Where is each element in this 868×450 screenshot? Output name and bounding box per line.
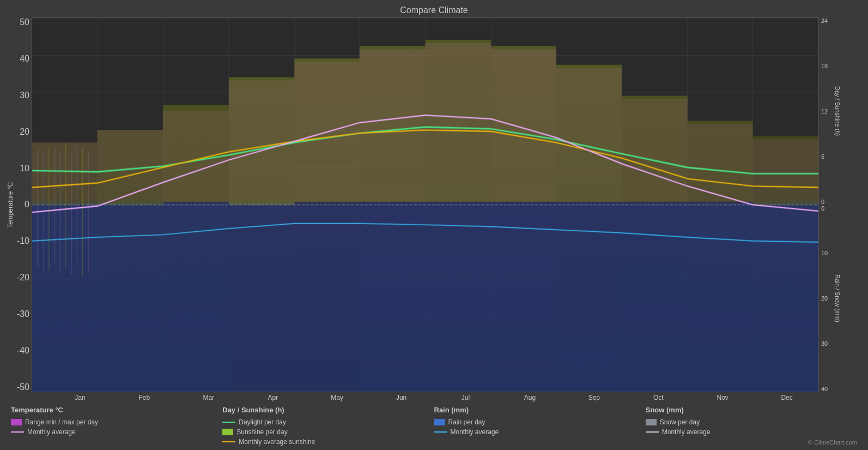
right-tick-30: 30	[821, 340, 832, 347]
legend-temp-range: Range min / max per day	[11, 418, 222, 426]
legend-snow-avg-label: Monthly average	[662, 428, 711, 436]
svg-rect-39	[491, 202, 556, 392]
legend-snow: Snow (mm) Snow per day Monthly average ©…	[646, 406, 857, 446]
legend-daylight-line	[222, 422, 235, 423]
legend-snow-day: Snow per day	[646, 418, 857, 426]
svg-rect-37	[426, 202, 491, 392]
svg-rect-33	[294, 202, 360, 392]
legend-snow-title: Snow (mm)	[646, 406, 857, 414]
right-tick-18: 18	[821, 63, 832, 69]
month-oct: Oct	[626, 392, 690, 401]
chart-main: Indianapolis Indianapolis ClimeChart.com…	[32, 17, 819, 392]
legend-rain-avg-label: Monthly average	[451, 428, 499, 436]
svg-rect-55	[491, 46, 556, 201]
right-tick-0-rain: 0	[821, 205, 832, 212]
month-jul: Jul	[434, 392, 498, 401]
legend-snow-avg: Monthly average	[646, 428, 857, 436]
svg-rect-52	[294, 58, 360, 202]
y-axis-left: 50 40 30 20 10 0 -10 -20 -30 -40 -50	[14, 17, 32, 392]
legend-rain-day: Rain per day	[434, 418, 646, 426]
legend-temp-avg: Monthly average	[11, 428, 222, 436]
month-dec: Dec	[755, 392, 819, 401]
svg-rect-25	[32, 202, 98, 392]
svg-rect-48	[32, 142, 98, 205]
right-tick-20: 20	[821, 295, 832, 302]
svg-rect-57	[622, 96, 688, 202]
month-nov: Nov	[690, 392, 755, 401]
right-axis-label-sunshine: Day / Sunshine (h)	[834, 17, 841, 205]
legend-sunshine-swatch	[222, 429, 233, 435]
month-feb: Feb	[112, 392, 177, 401]
y-axis-left-label: Temperature °C	[5, 17, 14, 392]
svg-rect-56	[556, 65, 622, 202]
legend-sunshine-avg: Monthly average sunshine	[222, 438, 434, 446]
right-tick-12: 12	[821, 108, 832, 115]
month-sep: Sep	[562, 392, 626, 401]
svg-rect-59	[752, 136, 818, 205]
chart-svg	[32, 18, 818, 392]
right-tick-24: 24	[821, 17, 832, 24]
legend-sunshine-label: Sunshine per day	[236, 428, 287, 436]
legend-sunshine: Day / Sunshine (h) Daylight per day Suns…	[222, 406, 434, 446]
month-mar: Mar	[177, 392, 241, 401]
legend-rain-swatch	[434, 419, 445, 425]
legend-sunshine-avg-line	[222, 441, 235, 442]
month-may: May	[305, 392, 369, 401]
legend-daylight-label: Daylight per day	[239, 418, 286, 426]
copyright: © ClimeChart.com	[646, 439, 857, 446]
legend-rain-avg: Monthly average	[434, 428, 646, 436]
legend-rain-day-label: Rain per day	[448, 418, 485, 426]
svg-rect-50	[163, 105, 229, 202]
legend-temp-range-label: Range min / max per day	[25, 418, 98, 426]
svg-rect-47	[752, 202, 818, 392]
svg-rect-29	[163, 202, 229, 392]
svg-rect-35	[360, 202, 426, 392]
legend-rain-title: Rain (mm)	[434, 406, 646, 414]
svg-rect-45	[688, 202, 753, 392]
right-tick-40: 40	[821, 386, 832, 392]
svg-rect-51	[229, 77, 295, 205]
legend-temperature-title: Temperature °C	[11, 406, 222, 414]
svg-rect-54	[426, 40, 491, 202]
legend-rain-avg-line	[434, 431, 447, 433]
month-apr: Apr	[241, 392, 305, 401]
legend-temperature: Temperature °C Range min / max per day M…	[11, 406, 222, 446]
right-tick-6: 6	[821, 153, 832, 160]
y-axis-right-container: 24 18 12 6 0 0 10 20 30 40 Day / Sunshin…	[819, 17, 863, 392]
right-axis-label-rain: Rain / Snow (mm)	[834, 205, 841, 393]
right-tick-10: 10	[821, 250, 832, 256]
legend-temp-avg-line	[11, 431, 24, 433]
svg-rect-43	[622, 202, 688, 392]
page-title: Compare Climate	[5, 5, 863, 15]
svg-rect-31	[229, 202, 295, 392]
month-jan: Jan	[48, 392, 112, 401]
svg-rect-27	[98, 202, 163, 392]
legend-rain: Rain (mm) Rain per day Monthly average	[434, 406, 646, 446]
right-tick-0-top: 0	[821, 199, 832, 205]
legend-sunshine-day: Sunshine per day	[222, 428, 434, 436]
legend-temp-range-swatch	[11, 419, 22, 425]
legend-snow-swatch	[646, 419, 657, 425]
svg-rect-53	[360, 46, 426, 201]
legend-snow-avg-line	[646, 431, 659, 433]
legend-temp-avg-label: Monthly average	[27, 428, 76, 436]
legend-sunshine-title: Day / Sunshine (h)	[222, 406, 434, 414]
legend-daylight: Daylight per day	[222, 418, 434, 426]
legend-area: Temperature °C Range min / max per day M…	[5, 401, 863, 450]
month-jun: Jun	[369, 392, 434, 401]
legend-sunshine-avg-label: Monthly average sunshine	[239, 438, 315, 446]
legend-snow-day-label: Snow per day	[660, 418, 700, 426]
month-aug: Aug	[497, 392, 562, 401]
